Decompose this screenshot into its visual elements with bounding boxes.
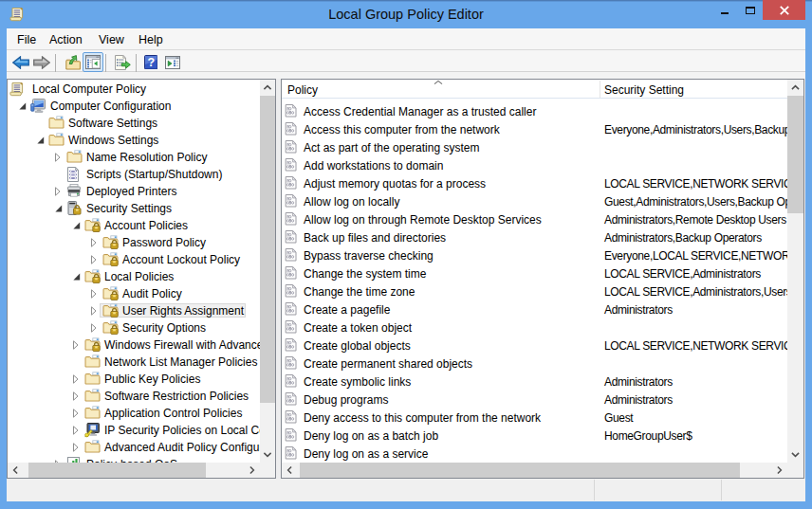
svg-text:?: ? bbox=[147, 56, 155, 69]
